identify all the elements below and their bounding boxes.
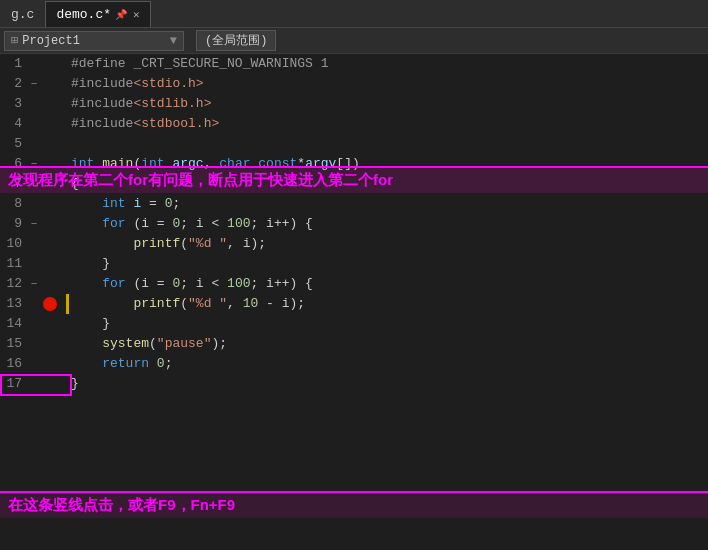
code-line: #include<stdlib.h> [66, 94, 708, 114]
token: char [219, 154, 258, 174]
project-selector[interactable]: ⊞ Project1 ▼ [4, 31, 184, 51]
code-line: int main(int argc, char const*argv[]) [66, 154, 708, 174]
token: "%d " [188, 234, 227, 254]
token: ( [133, 154, 141, 174]
line-number: 16 [0, 354, 22, 374]
code-line: } [66, 254, 708, 274]
code-line: #define _CRT_SECURE_NO_WARNINGS 1 [66, 54, 708, 74]
token [71, 334, 102, 354]
token: (i = [133, 214, 172, 234]
code-text: { [71, 174, 79, 194]
token: - i); [258, 294, 305, 314]
token: 0 [172, 214, 180, 234]
token [71, 274, 102, 294]
fold-icon[interactable]: − [31, 214, 38, 234]
fold-icon[interactable]: − [31, 74, 38, 94]
pin-icon: 📌 [115, 9, 127, 21]
code-area: #define _CRT_SECURE_NO_WARNINGS 1#includ… [60, 54, 708, 550]
code-line: return 0; [66, 354, 708, 374]
token: const [258, 154, 297, 174]
token: = [149, 194, 165, 214]
scope-label: (全局范围) [196, 30, 276, 51]
breakpoint-circle [43, 297, 57, 311]
tab-gc-label: g.c [11, 7, 34, 22]
token: <stdlib.h> [133, 94, 211, 114]
token: #include [71, 94, 133, 114]
token: i [133, 194, 149, 214]
token: printf [133, 234, 180, 254]
token: ; i < [180, 214, 227, 234]
line-number: 1 [0, 54, 22, 74]
toolbar: ⊞ Project1 ▼ (全局范围) [0, 28, 708, 54]
code-line: printf("%d ", i); [66, 234, 708, 254]
token: #include [71, 74, 133, 94]
code-line [66, 134, 708, 154]
token: system [102, 334, 149, 354]
line-number: 13 [0, 294, 22, 314]
token: main [102, 154, 133, 174]
line-number: 4 [0, 114, 22, 134]
token [71, 234, 133, 254]
breakpoint-column[interactable] [40, 54, 60, 550]
token: ( [180, 294, 188, 314]
token: 0 [165, 194, 173, 214]
code-line: printf("%d ", 10 - i); [66, 294, 708, 314]
token: 0 [157, 354, 165, 374]
token: argv [305, 154, 336, 174]
breakpoint-cell[interactable] [43, 294, 57, 314]
line-number: 2 [0, 74, 22, 94]
code-line: for (i = 0; i < 100; i++) { [66, 214, 708, 234]
code-line: for (i = 0; i < 100; i++) { [66, 274, 708, 294]
line-numbers-column: 1234567891011121314151617 [0, 54, 28, 550]
token [71, 214, 102, 234]
line-number: 7 [0, 174, 22, 194]
code-text: } [71, 374, 79, 394]
code-line: #include<stdbool.h> [66, 114, 708, 134]
token: 100 [227, 274, 250, 294]
line-number: 8 [0, 194, 22, 214]
tab-gc[interactable]: g.c [0, 1, 45, 27]
close-icon[interactable]: ✕ [133, 8, 140, 21]
code-text: } [71, 254, 110, 274]
token: ; i++) { [250, 274, 312, 294]
token [71, 294, 133, 314]
line-number: 15 [0, 334, 22, 354]
token: ); [211, 334, 227, 354]
fold-icon[interactable]: − [31, 274, 38, 294]
expand-icon: ⊞ [11, 33, 18, 48]
line-number: 5 [0, 134, 22, 154]
token: (i = [133, 274, 172, 294]
token: "%d " [188, 294, 227, 314]
token: <stdio.h> [133, 74, 203, 94]
code-line: { [66, 174, 708, 194]
token: printf [133, 294, 180, 314]
line-marker [66, 294, 69, 314]
token: #include [71, 114, 133, 134]
code-line: } [66, 374, 708, 394]
line-number: 12 [0, 274, 22, 294]
line-number: 9 [0, 214, 22, 234]
token: []) [336, 154, 359, 174]
token [71, 354, 102, 374]
token: ( [180, 234, 188, 254]
token: ( [149, 334, 157, 354]
token: ; i++) { [250, 214, 312, 234]
fold-column: −−−− [28, 54, 40, 550]
code-container: 1234567891011121314151617−−−−#define _CR… [0, 54, 708, 550]
fold-icon[interactable]: − [31, 154, 38, 174]
token: ; [172, 194, 180, 214]
token: "pause" [157, 334, 212, 354]
token: int [141, 154, 172, 174]
token: int [102, 194, 133, 214]
code-text: } [71, 314, 110, 334]
project-label: Project1 [22, 34, 80, 48]
code-line: #include<stdio.h> [66, 74, 708, 94]
token: 0 [172, 274, 180, 294]
tab-bar: g.c demo.c* 📌 ✕ [0, 0, 708, 28]
line-number: 17 [0, 374, 22, 394]
line-number: 6 [0, 154, 22, 174]
tab-democ[interactable]: demo.c* 📌 ✕ [45, 1, 150, 27]
token: argc, [172, 154, 219, 174]
dropdown-arrow-icon: ▼ [170, 34, 177, 48]
token: for [102, 214, 133, 234]
